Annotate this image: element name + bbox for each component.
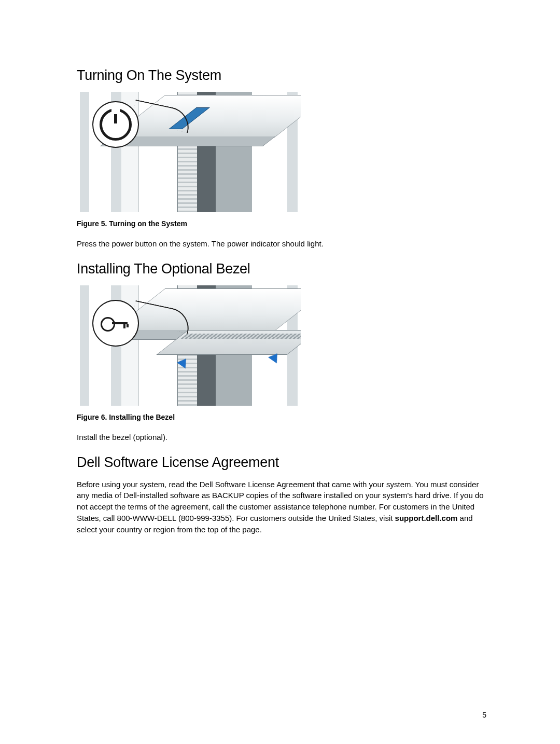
heading-installing-bezel: Installing The Optional Bezel: [77, 261, 486, 277]
bezel-body-text: Install the bezel (optional).: [77, 432, 486, 443]
power-icon: [100, 108, 132, 141]
figure-turning-on-system: [77, 92, 301, 212]
page-number: 5: [482, 711, 486, 719]
support-dell-link[interactable]: support.dell.com: [395, 514, 458, 522]
turning-on-body-text: Press the power button on the system. Th…: [77, 238, 486, 250]
figure-5-caption: Figure 5. Turning on the System: [77, 219, 486, 228]
figure-installing-bezel: [77, 285, 301, 406]
callout-bubble: [92, 300, 139, 347]
license-body-text: Before using your system, read the Dell …: [77, 479, 486, 535]
heading-turning-on: Turning On The System: [77, 67, 486, 84]
key-lock-icon: [101, 313, 131, 334]
callout-bubble: [92, 101, 139, 148]
figure-6-caption: Figure 6. Installing the Bezel: [77, 413, 486, 421]
heading-license-agreement: Dell Software License Agreement: [77, 454, 486, 471]
manual-page: Turning On The System Figure 5. Turning …: [0, 0, 560, 744]
